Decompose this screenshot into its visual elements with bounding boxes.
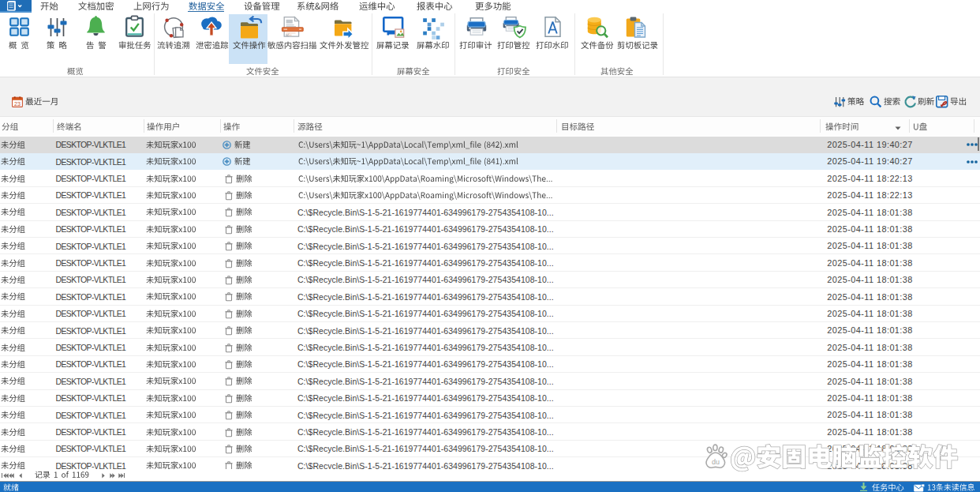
svg-text:du: du bbox=[712, 458, 720, 466]
svg-text:23: 23 bbox=[14, 100, 21, 107]
